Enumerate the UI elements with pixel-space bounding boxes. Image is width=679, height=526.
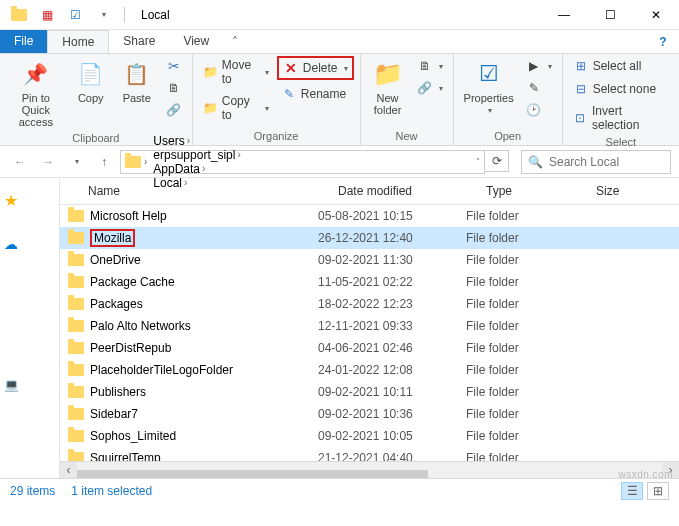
table-row[interactable]: SquirrelTemp21-12-2021 04:40File folder <box>60 447 679 461</box>
tab-view[interactable]: View <box>169 30 223 53</box>
nav-this-pc[interactable]: 💻 <box>0 375 59 395</box>
column-name[interactable]: Name <box>88 184 338 198</box>
status-item-count: 29 items <box>10 484 55 498</box>
properties-button[interactable]: ☑ Properties ▾ <box>460 56 518 117</box>
move-to-button[interactable]: 📁Move to▾ <box>199 56 273 88</box>
scissors-icon: ✂ <box>166 58 182 74</box>
cell-date: 26-12-2021 12:40 <box>318 231 466 245</box>
folder-icon <box>68 320 84 332</box>
close-button[interactable]: ✕ <box>633 0 679 30</box>
address-box[interactable]: › Users ›erpsupport_sipl ›AppData ›Local… <box>120 150 485 174</box>
table-row[interactable]: Packages18-02-2022 12:23File folder <box>60 293 679 315</box>
open-icon: ▶ <box>526 58 542 74</box>
history-icon: 🕑 <box>526 102 542 118</box>
folder-name: Sophos_Limited <box>90 429 176 443</box>
new-folder-button[interactable]: 📁 New folder <box>367 56 409 118</box>
ribbon-group-new: 📁 New folder 🗎▾ 🔗▾ New <box>361 54 454 145</box>
chevron-down-icon: ▾ <box>263 104 269 113</box>
new-item-button[interactable]: 🗎▾ <box>413 56 447 76</box>
folder-icon <box>68 210 84 222</box>
scroll-left-icon[interactable]: ‹ <box>60 462 77 479</box>
edit-button[interactable]: ✎ <box>522 78 556 98</box>
nav-up-button[interactable]: ↑ <box>92 150 116 174</box>
table-row[interactable]: PeerDistRepub04-06-2021 02:46File folder <box>60 337 679 359</box>
breadcrumb-item[interactable]: erpsupport_sipl › <box>150 148 243 162</box>
table-row[interactable]: Sidebar709-02-2021 10:36File folder <box>60 403 679 425</box>
search-box[interactable]: 🔍 <box>521 150 671 174</box>
status-selected-count: 1 item selected <box>71 484 152 498</box>
delete-button[interactable]: ✕Delete▾ <box>277 56 354 80</box>
watermark: wsxdn.com <box>618 469 673 480</box>
copy-to-button[interactable]: 📁Copy to▾ <box>199 92 273 124</box>
table-row[interactable]: Microsoft Help05-08-2021 10:15File folde… <box>60 205 679 227</box>
column-headers[interactable]: Name Date modified Type Size <box>60 178 679 205</box>
paste-button[interactable]: 📋 Paste <box>116 56 158 106</box>
view-large-icons-button[interactable]: ⊞ <box>647 482 669 500</box>
nav-quick-access[interactable]: ★ <box>0 188 59 213</box>
cell-date: 09-02-2021 11:30 <box>318 253 466 267</box>
folder-name: SquirrelTemp <box>90 451 161 461</box>
nav-forward-button[interactable]: → <box>36 150 60 174</box>
file-pane: Name Date modified Type Size Microsoft H… <box>60 178 679 478</box>
window-title: Local <box>135 8 170 22</box>
column-date[interactable]: Date modified <box>338 184 486 198</box>
easy-access-button[interactable]: 🔗▾ <box>413 78 447 98</box>
table-row[interactable]: Palo Alto Networks12-11-2021 09:33File f… <box>60 315 679 337</box>
table-row[interactable]: Package Cache11-05-2021 02:22File folder <box>60 271 679 293</box>
nav-recent-button[interactable]: ▾ <box>64 150 88 174</box>
folder-name: Publishers <box>90 385 146 399</box>
minimize-button[interactable]: — <box>541 0 587 30</box>
column-size[interactable]: Size <box>596 184 656 198</box>
copy-path-button[interactable]: 🗎 <box>162 78 186 98</box>
invert-selection-button[interactable]: ⊡Invert selection <box>569 102 673 134</box>
copy-path-icon: 🗎 <box>166 80 182 96</box>
tab-home[interactable]: Home <box>47 30 109 53</box>
open-button[interactable]: ▶▾ <box>522 56 556 76</box>
table-row[interactable]: PlaceholderTileLogoFolder24-01-2022 12:0… <box>60 359 679 381</box>
cell-date: 09-02-2021 10:11 <box>318 385 466 399</box>
file-list[interactable]: Microsoft Help05-08-2021 10:15File folde… <box>60 205 679 461</box>
table-row[interactable]: Publishers09-02-2021 10:11File folder <box>60 381 679 403</box>
horizontal-scrollbar[interactable]: ‹ › <box>60 461 679 478</box>
select-none-button[interactable]: ⊟Select none <box>569 79 673 99</box>
folder-icon <box>68 254 84 266</box>
copy-button[interactable]: 📄 Copy <box>70 56 112 106</box>
paste-shortcut-button[interactable]: 🔗 <box>162 100 186 120</box>
qat-properties-icon[interactable]: ▦ <box>36 4 58 26</box>
cell-type: File folder <box>466 407 576 421</box>
ribbon: 📌 Pin to Quick access 📄 Copy 📋 Paste ✂ 🗎… <box>0 54 679 146</box>
pc-icon: 💻 <box>4 378 19 392</box>
select-all-button[interactable]: ⊞Select all <box>569 56 673 76</box>
folder-name: Palo Alto Networks <box>90 319 191 333</box>
star-icon: ★ <box>4 191 18 210</box>
rename-button[interactable]: ✎Rename <box>277 84 354 104</box>
refresh-button[interactable]: ⟳ <box>485 150 509 172</box>
search-input[interactable] <box>549 155 664 169</box>
tab-file[interactable]: File <box>0 30 47 53</box>
cut-button[interactable]: ✂ <box>162 56 186 76</box>
folder-icon <box>68 386 84 398</box>
address-dropdown-icon[interactable]: ˅ <box>474 157 480 166</box>
view-details-button[interactable]: ☰ <box>621 482 643 500</box>
nav-onedrive[interactable]: ☁ <box>0 233 59 255</box>
scrollbar-thumb[interactable] <box>77 470 428 478</box>
navigation-pane[interactable]: ★ ☁ 💻 <box>0 178 60 478</box>
history-button[interactable]: 🕑 <box>522 100 556 120</box>
ribbon-collapse-icon[interactable]: ˄ <box>223 30 247 53</box>
qat-check-icon[interactable]: ☑ <box>64 4 86 26</box>
select-all-icon: ⊞ <box>573 58 589 74</box>
table-row[interactable]: Sophos_Limited09-02-2021 10:05File folde… <box>60 425 679 447</box>
qat-dropdown-icon[interactable]: ▾ <box>92 4 114 26</box>
help-icon[interactable]: ? <box>655 30 679 53</box>
nav-back-button[interactable]: ← <box>8 150 32 174</box>
maximize-button[interactable]: ☐ <box>587 0 633 30</box>
breadcrumb-item[interactable]: Users › <box>150 134 243 148</box>
table-row[interactable]: OneDrive09-02-2021 11:30File folder <box>60 249 679 271</box>
chevron-down-icon: ▾ <box>342 64 348 73</box>
invert-selection-icon: ⊡ <box>573 110 588 126</box>
table-row[interactable]: Mozilla26-12-2021 12:40File folder <box>60 227 679 249</box>
breadcrumb-item[interactable]: AppData › <box>150 162 243 176</box>
column-type[interactable]: Type <box>486 184 596 198</box>
tab-share[interactable]: Share <box>109 30 169 53</box>
pin-to-quick-access-button[interactable]: 📌 Pin to Quick access <box>6 56 66 130</box>
